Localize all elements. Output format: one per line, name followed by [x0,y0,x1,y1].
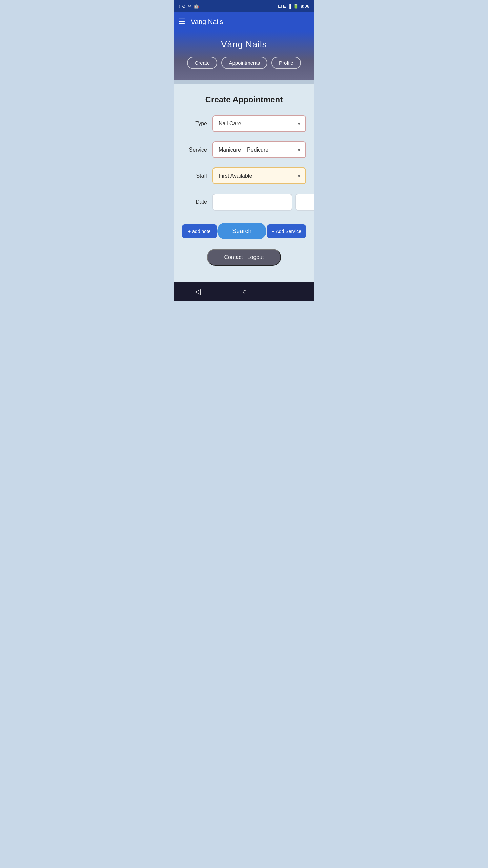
service-select[interactable]: Manicure + Pedicure Manicure Pedicure Ac… [212,141,306,158]
top-nav: ☰ Vang Nails [174,12,314,31]
staff-select[interactable]: First Available Staff 1 Staff 2 [212,167,306,184]
time-input[interactable] [295,194,314,211]
type-row: Type Nail Care Hair Care Skin Care ▼ [182,115,306,132]
bottom-actions: + add note Search + Add Service [182,223,306,239]
app-title: Vang Nails [191,18,223,26]
type-label: Type [182,121,212,127]
staff-label: Staff [182,173,212,179]
appointments-button[interactable]: Appointments [221,57,267,69]
create-button[interactable]: Create [187,57,217,69]
status-bar-left: ! ⊙ ✉ 🤖 [179,4,199,9]
divider [174,80,314,84]
header-buttons: Create Appointments Profile [187,57,301,69]
network-label: LTE [278,4,286,9]
service-control: Manicure + Pedicure Manicure Pedicure Ac… [212,141,306,158]
date-label: Date [182,199,212,205]
status-bar-right: LTE ▐ 🔋 8:06 [278,4,309,9]
hamburger-menu-icon[interactable]: ☰ [179,17,185,26]
add-note-button[interactable]: + add note [182,224,217,238]
main-content: Create Appointment Type Nail Care Hair C… [174,84,314,282]
message-icon: ✉ [188,4,191,9]
contact-logout-button[interactable]: Contact | Logout [207,249,281,266]
date-row: Date [182,194,306,211]
date-input[interactable] [212,194,292,211]
footer-contact: Contact | Logout [182,249,306,266]
sim-icon: ⊙ [182,4,186,9]
android-icon: 🤖 [194,4,199,9]
form-title: Create Appointment [182,95,306,104]
profile-button[interactable]: Profile [271,57,301,69]
battery-icon: 🔋 [293,4,299,9]
service-row: Service Manicure + Pedicure Manicure Ped… [182,141,306,158]
status-bar: ! ⊙ ✉ 🤖 LTE ▐ 🔋 8:06 [174,0,314,12]
android-nav: ◁ ○ □ [174,282,314,301]
back-button[interactable]: ◁ [195,287,201,296]
notification-icon: ! [179,4,180,9]
service-label: Service [182,147,212,153]
add-service-button[interactable]: + Add Service [267,224,306,238]
type-select[interactable]: Nail Care Hair Care Skin Care [212,115,306,132]
home-button[interactable]: ○ [242,287,247,296]
signal-icon: ▐ [288,4,291,9]
staff-control: First Available Staff 1 Staff 2 ▼ [212,167,306,184]
type-control: Nail Care Hair Care Skin Care ▼ [212,115,306,132]
time-label: 8:06 [301,4,309,9]
header-title: Vàng Nails [221,39,267,50]
search-button[interactable]: Search [217,223,266,239]
staff-row: Staff First Available Staff 1 Staff 2 ▼ [182,167,306,184]
recents-button[interactable]: □ [289,287,293,296]
header-section: Vàng Nails Create Appointments Profile [174,31,314,80]
